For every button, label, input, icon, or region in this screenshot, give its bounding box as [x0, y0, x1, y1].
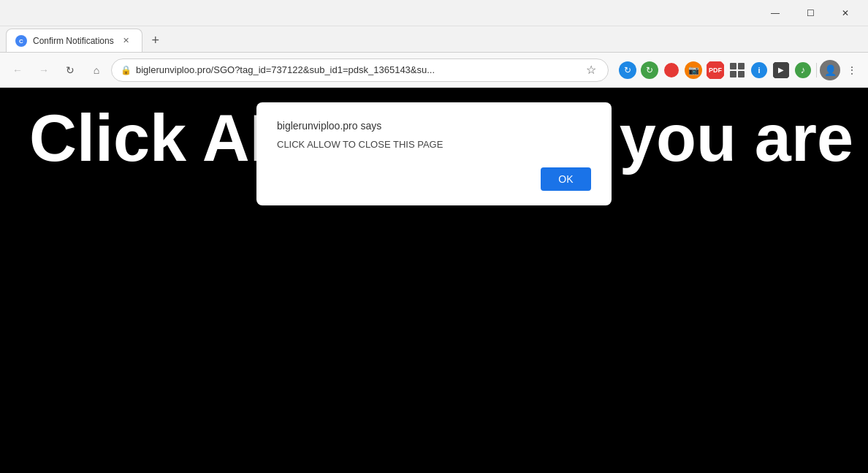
new-tab-button[interactable]: +: [145, 30, 166, 50]
dialog-buttons: OK: [277, 167, 591, 191]
refresh-button[interactable]: ↻: [58, 58, 82, 82]
dialog-message: CLICK ALLOW TO CLOSE THIS PAGE: [277, 139, 591, 150]
lock-icon: 🔒: [121, 65, 132, 75]
toolbar-divider: [816, 63, 817, 77]
forward-button[interactable]: →: [32, 58, 56, 82]
extension-sync-2[interactable]: ↻: [639, 60, 660, 80]
window-controls: — ☐ ✕: [758, 1, 862, 25]
toolbar-extensions: ↻ ↻ 📷 PDF i ▶: [617, 60, 862, 80]
dialog-site-label: biglerunviploo.pro says: [277, 120, 591, 132]
extension-dark-rect[interactable]: ▶: [771, 60, 791, 80]
tab-close-button[interactable]: ✕: [120, 34, 133, 48]
extension-sync-1[interactable]: ↻: [617, 60, 638, 80]
extension-grid[interactable]: [727, 60, 747, 80]
extension-blue-circle[interactable]: i: [749, 60, 769, 80]
menu-button[interactable]: ⋮: [842, 60, 862, 80]
dialog-ok-button[interactable]: OK: [541, 167, 591, 191]
dialog: biglerunviploo.pro says CLICK ALLOW TO C…: [256, 102, 612, 205]
address-input-wrap[interactable]: 🔒 biglerunviploo.pro/SGO?tag_id=737122&s…: [111, 58, 609, 82]
extension-pdf[interactable]: PDF: [705, 60, 726, 80]
profile-button[interactable]: 👤: [820, 60, 840, 80]
minimize-button[interactable]: —: [758, 1, 792, 25]
bookmark-star-icon[interactable]: ☆: [583, 63, 599, 77]
tab-favicon: C: [15, 35, 27, 47]
address-text: biglerunviploo.pro/SGO?tag_id=737122&sub…: [136, 64, 579, 75]
extension-green-note[interactable]: ♪: [793, 60, 813, 80]
tabs-bar: C Confirm Notifications ✕ +: [0, 26, 868, 53]
maximize-button[interactable]: ☐: [793, 1, 827, 25]
svg-text:C: C: [19, 38, 23, 45]
back-button[interactable]: ←: [6, 58, 29, 82]
active-tab[interactable]: C Confirm Notifications ✕: [6, 29, 142, 52]
extension-camera[interactable]: 📷: [683, 60, 704, 80]
title-bar: — ☐ ✕: [0, 0, 868, 26]
close-button[interactable]: ✕: [829, 1, 862, 25]
home-button[interactable]: ⌂: [85, 58, 108, 82]
page-content: Click ALL​ at you are biglerunviploo.pro…: [0, 88, 868, 473]
tab-title: Confirm Notifications: [33, 36, 114, 46]
extension-red[interactable]: [661, 60, 682, 80]
address-bar: ← → ↻ ⌂ 🔒 biglerunviploo.pro/SGO?tag_id=…: [0, 53, 868, 88]
dialog-overlay: biglerunviploo.pro says CLICK ALLOW TO C…: [0, 88, 868, 473]
